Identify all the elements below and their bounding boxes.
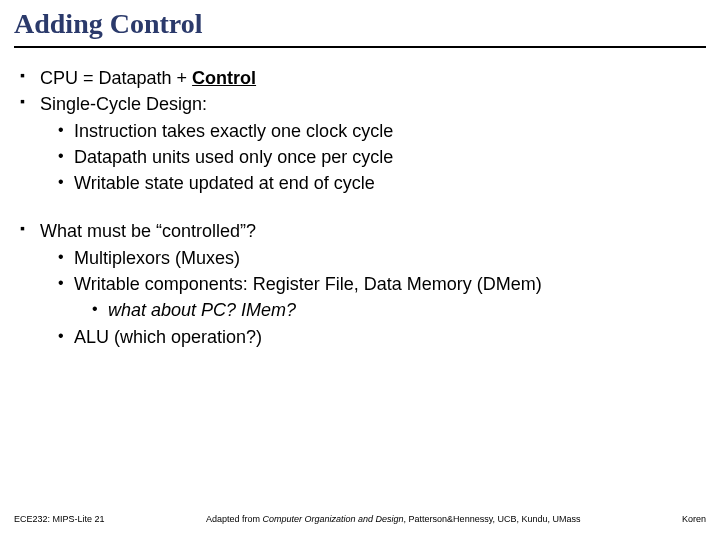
slide-body: CPU = Datapath + Control Single-Cycle De…	[14, 66, 706, 349]
text: CPU = Datapath +	[40, 68, 192, 88]
text-italic: what about PC? IMem?	[108, 300, 296, 320]
text: Instruction takes exactly one clock cycl…	[74, 121, 393, 141]
bullet-l2: Multiplexors (Muxes)	[14, 246, 706, 270]
footer-center-src: Computer Organization and Design	[263, 514, 404, 524]
footer-right: Koren	[682, 514, 706, 524]
text-emph: Control	[192, 68, 256, 88]
bullet-l2: Writable state updated at end of cycle	[14, 171, 706, 195]
slide-footer: ECE232: MIPS-Lite 21 Adapted from Comput…	[14, 514, 706, 524]
bullet-l2: Datapath units used only once per cycle	[14, 145, 706, 169]
bullet-l3: what about PC? IMem?	[14, 298, 706, 322]
footer-center-post: , Patterson&Hennessy, UCB, Kundu, UMass	[404, 514, 581, 524]
footer-left: ECE232: MIPS-Lite 21	[14, 514, 105, 524]
footer-center-pre: Adapted from	[206, 514, 263, 524]
text: Single-Cycle Design:	[40, 94, 207, 114]
bullet-l2: Writable components: Register File, Data…	[14, 272, 706, 296]
text: Writable state updated at end of cycle	[74, 173, 375, 193]
text: What must be “controlled”?	[40, 221, 256, 241]
bullet-l2: Instruction takes exactly one clock cycl…	[14, 119, 706, 143]
title-rule	[14, 46, 706, 48]
text: ALU (which operation?)	[74, 327, 262, 347]
bullet-l1: CPU = Datapath + Control	[14, 66, 706, 90]
slide-title: Adding Control	[14, 8, 706, 44]
text: Multiplexors (Muxes)	[74, 248, 240, 268]
footer-center: Adapted from Computer Organization and D…	[105, 514, 682, 524]
bullet-l1: Single-Cycle Design:	[14, 92, 706, 116]
text: Writable components: Register File, Data…	[74, 274, 542, 294]
text: Datapath units used only once per cycle	[74, 147, 393, 167]
bullet-l2: ALU (which operation?)	[14, 325, 706, 349]
bullet-l1: What must be “controlled”?	[14, 219, 706, 243]
